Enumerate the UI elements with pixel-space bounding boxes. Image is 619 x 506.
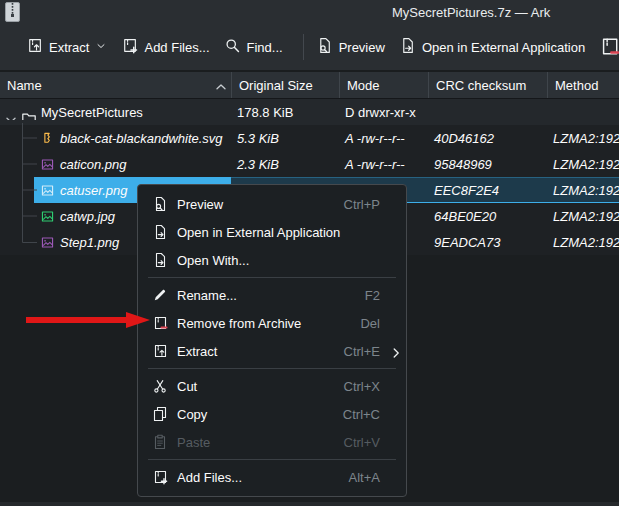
archive-extract-icon — [152, 343, 168, 359]
titlebar: MySecretPictures.7z — Ark — [0, 0, 619, 24]
cut-icon — [152, 378, 168, 394]
annotation-arrow — [26, 309, 150, 331]
tree-lines — [0, 99, 40, 249]
folder-mode: D drwxr-xr-x — [339, 105, 428, 120]
menu-separator — [148, 459, 396, 460]
image-file-icon — [40, 157, 55, 172]
archive-extract-icon — [26, 37, 43, 57]
remove-from-archive-toolbar-button[interactable] — [599, 36, 619, 60]
svg-file-icon — [40, 131, 55, 146]
document-open-icon — [399, 37, 416, 57]
copy-icon — [152, 406, 168, 422]
folder-size: 178.8 KiB — [231, 105, 339, 120]
window-title: MySecretPictures.7z — Ark — [392, 5, 550, 20]
menu-item-remove-from-archive[interactable]: Remove from Archive Del — [138, 309, 406, 337]
document-open-icon — [152, 224, 168, 240]
table-header: Name Original Size Mode CRC checksum Met… — [0, 70, 619, 99]
archive-remove-icon — [152, 315, 168, 331]
image-file-icon — [40, 235, 55, 250]
menu-item-paste: Paste Ctrl+V — [138, 428, 406, 456]
archive-add-icon — [152, 469, 168, 485]
menu-item-preview[interactable]: Preview Ctrl+P — [138, 190, 406, 218]
menu-item-rename[interactable]: Rename... F2 — [138, 281, 406, 309]
ark-app-icon — [5, 2, 20, 22]
column-header-original-size[interactable]: Original Size — [231, 72, 339, 98]
archive-remove-icon — [599, 45, 619, 60]
paste-icon — [152, 434, 168, 450]
context-menu: Preview Ctrl+P Open in External Applicat… — [137, 184, 407, 497]
table-row[interactable]: black-cat-blackandwhite.svg 5.3 KiB A -r… — [0, 125, 619, 151]
find-button[interactable]: Find... — [224, 37, 283, 57]
expander-down-icon[interactable] — [3, 112, 16, 120]
column-header-method[interactable]: Method — [547, 72, 619, 98]
archive-add-icon — [121, 37, 138, 57]
menu-separator — [148, 368, 396, 369]
add-files-button[interactable]: Add Files... — [121, 37, 209, 57]
column-header-mode[interactable]: Mode — [339, 72, 428, 98]
folder-name: MySecretPictures — [41, 105, 143, 120]
open-external-button[interactable]: Open in External Application — [399, 37, 585, 57]
document-preview-icon — [152, 196, 168, 212]
search-icon — [224, 37, 241, 57]
document-preview-icon — [316, 37, 333, 57]
chevron-down-icon[interactable] — [95, 40, 107, 55]
column-header-crc[interactable]: CRC checksum — [428, 72, 547, 98]
toolbar: Extract Add Files... Find... Preview Ope… — [0, 24, 619, 70]
table-row-folder[interactable]: MySecretPictures 178.8 KiB D drwxr-xr-x — [0, 99, 619, 125]
folder-icon — [21, 110, 37, 120]
menu-item-open-external[interactable]: Open in External Application — [138, 218, 406, 246]
extract-button[interactable]: Extract — [26, 37, 107, 57]
toolbar-separator — [303, 34, 304, 60]
image-file-icon — [40, 183, 55, 198]
ark-window: MySecretPictures.7z — Ark Extract Add Fi… — [0, 0, 619, 506]
menu-item-copy[interactable]: Copy Ctrl+C — [138, 400, 406, 428]
menu-item-cut[interactable]: Cut Ctrl+X — [138, 372, 406, 400]
submenu-arrow-icon — [388, 345, 400, 357]
rename-icon — [152, 287, 168, 303]
column-header-name[interactable]: Name — [0, 72, 231, 98]
sort-ascending-icon — [213, 79, 227, 93]
menu-item-add-files[interactable]: Add Files... Alt+A — [138, 463, 406, 491]
menu-item-open-with[interactable]: Open With... — [138, 246, 406, 274]
table-row[interactable]: caticon.png 2.3 KiB A -rw-r--r-- 9584896… — [0, 151, 619, 177]
menu-item-extract[interactable]: Extract Ctrl+E — [138, 337, 406, 365]
preview-button[interactable]: Preview — [316, 37, 385, 57]
image-file-icon — [40, 209, 55, 224]
menu-separator — [148, 277, 396, 278]
document-open-icon — [152, 252, 168, 268]
